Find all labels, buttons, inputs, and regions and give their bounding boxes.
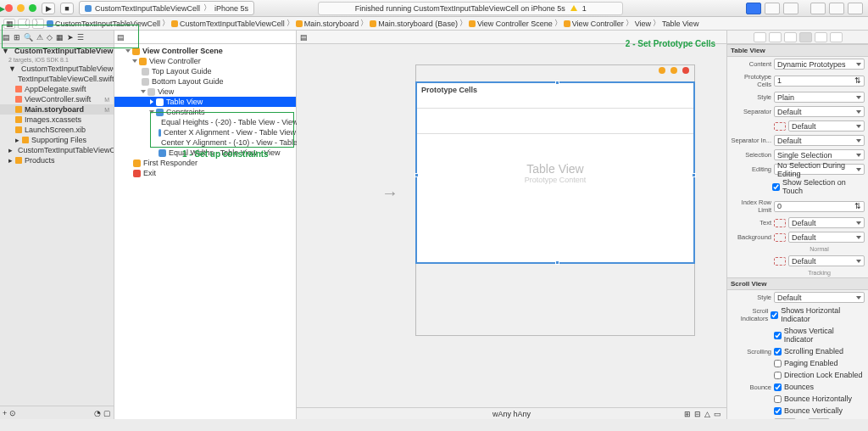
layout-guide-row[interactable]: Top Layout Guide	[114, 66, 296, 76]
scheme-selector[interactable]: CustomTextInputTableViewCell 〉 iPhone 5s	[79, 1, 254, 15]
vc-row[interactable]: View Controller	[114, 56, 296, 66]
dir-lock-checkbox[interactable]	[774, 372, 782, 379]
index-row-stepper[interactable]: 0⇅	[774, 201, 865, 212]
file-nav-icon[interactable]: ▤	[3, 33, 10, 42]
filter-icon[interactable]: ⊙	[9, 409, 16, 417]
file-inspector-tab[interactable]	[754, 32, 766, 42]
fr-icon[interactable]	[670, 67, 677, 74]
tracking-color-select[interactable]: Default	[788, 255, 865, 266]
exit-icon[interactable]	[682, 67, 689, 74]
forward-button[interactable]: 〉	[32, 19, 44, 29]
bounce-v-checkbox[interactable]	[774, 407, 782, 415]
constraint-row[interactable]: Center X Alignment - View - Table View	[114, 127, 296, 137]
table-view[interactable]: Prototype Cells Table View Prototype Con…	[416, 82, 694, 263]
file-row[interactable]: Main.storyboardM	[0, 104, 114, 115]
version-editor-button[interactable]	[783, 3, 798, 14]
file-row[interactable]: AppDelegate.swift	[0, 84, 114, 94]
vc-icon[interactable]	[659, 67, 665, 74]
scm-icon[interactable]: ▢	[103, 409, 111, 417]
file-row[interactable]: TextInputTableViewCell.swiftA	[0, 74, 114, 84]
stop-button[interactable]: ■	[60, 3, 74, 14]
view-controller-canvas[interactable]: Prototype Cells Table View Prototype Con…	[415, 64, 695, 336]
close-window-button[interactable]	[5, 4, 13, 12]
pin-button[interactable]: ⊟	[694, 410, 701, 418]
paging-checkbox[interactable]	[774, 360, 782, 367]
align-button[interactable]: ⊞	[684, 410, 691, 418]
color-well[interactable]	[774, 122, 786, 131]
zoom-window-button[interactable]	[29, 4, 36, 12]
constraints-row[interactable]: Constraints	[114, 107, 296, 117]
style-select[interactable]: Plain	[774, 92, 865, 103]
minimize-window-button[interactable]	[17, 4, 25, 12]
symbol-nav-icon[interactable]: ⊞	[14, 33, 20, 42]
file-row[interactable]: ViewController.swiftM	[0, 94, 114, 104]
bg-color-select[interactable]: Default	[788, 232, 865, 243]
prototype-cells-stepper[interactable]: 1⇅	[774, 76, 865, 87]
constraint-row[interactable]: Equal Heights - (-20) - Table View - Vie…	[114, 117, 296, 127]
toggle-navigator-button[interactable]	[810, 3, 826, 14]
breadcrumb[interactable]: CustomTextInputTableViewCell 〉 CustomTex…	[47, 18, 698, 29]
ib-canvas[interactable]: ▤ → Prototype Cells Table View Prototype…	[297, 31, 727, 419]
file-row[interactable]: Images.xcassets	[0, 115, 114, 125]
bounce-h-checkbox[interactable]	[774, 395, 782, 403]
search-nav-icon[interactable]: 🔍	[24, 33, 33, 42]
color-well[interactable]	[774, 233, 786, 242]
report-nav-icon[interactable]: ☰	[77, 33, 84, 42]
exit-row[interactable]: Exit	[114, 168, 296, 178]
test-nav-icon[interactable]: ◇	[47, 33, 53, 42]
content-select[interactable]: Dynamic Prototypes	[774, 59, 865, 70]
add-icon[interactable]: +	[3, 409, 7, 417]
back-button[interactable]: 〈	[18, 19, 30, 29]
sv-style-select[interactable]: Default	[774, 292, 865, 303]
outline-toggle-icon[interactable]: ▤	[300, 33, 308, 42]
resize-handle[interactable]	[555, 81, 559, 85]
debug-nav-icon[interactable]: ▦	[56, 33, 64, 42]
group-row[interactable]: ▸Products	[0, 155, 114, 165]
assistant-editor-button[interactable]	[765, 3, 780, 14]
resize-button[interactable]: ▭	[714, 410, 721, 418]
resize-handle[interactable]	[555, 260, 559, 265]
scene-row[interactable]: View Controller Scene	[114, 46, 296, 56]
size-inspector-tab[interactable]	[815, 32, 827, 42]
tableview-row[interactable]: Table View	[114, 97, 296, 107]
issue-nav-icon[interactable]: ⚠	[36, 33, 43, 42]
resolve-button[interactable]: △	[704, 410, 710, 418]
editing-select[interactable]: No Selection During Editing	[774, 164, 865, 175]
bounces-checkbox[interactable]	[774, 383, 782, 391]
toggle-utilities-button[interactable]	[848, 3, 863, 14]
run-button[interactable]: ▶	[42, 3, 55, 14]
view-row[interactable]: View	[114, 87, 296, 97]
resize-handle[interactable]	[415, 173, 419, 177]
color-well[interactable]	[774, 257, 786, 266]
selection-select[interactable]: Single Selection	[774, 149, 865, 160]
group-row[interactable]: ▼CustomTextInputTableViewCell	[0, 64, 114, 74]
file-row[interactable]: LaunchScreen.xib	[0, 125, 114, 135]
recent-icon[interactable]: ◔	[94, 409, 101, 417]
zoom-min-stepper[interactable]: 1	[774, 418, 796, 419]
zoom-max-stepper[interactable]: 1	[808, 418, 830, 419]
help-inspector-tab[interactable]	[769, 32, 782, 42]
toggle-debug-button[interactable]	[829, 3, 844, 14]
outline-icon[interactable]: ▤	[117, 33, 125, 42]
text-color-select[interactable]: Default	[788, 217, 865, 228]
color-well[interactable]	[774, 219, 786, 227]
sep-inset-select[interactable]: Default	[774, 135, 865, 146]
breakpoint-nav-icon[interactable]: ➤	[67, 33, 74, 42]
h-indicator-checkbox[interactable]	[771, 311, 778, 319]
related-items-button[interactable]: ▦	[3, 19, 15, 29]
scroll-enabled-checkbox[interactable]	[774, 348, 782, 355]
identity-inspector-tab[interactable]	[784, 32, 797, 42]
sep-color-select[interactable]: Default	[788, 120, 865, 132]
layout-guide-row[interactable]: Bottom Layout Guide	[114, 76, 296, 87]
attributes-inspector-tab[interactable]	[799, 32, 812, 42]
resize-handle[interactable]	[692, 173, 696, 177]
constraint-row[interactable]: Center Y Alignment - (-10) - View - Tabl…	[114, 137, 296, 148]
group-row[interactable]: ▸Supporting Files	[0, 135, 114, 145]
show-selection-checkbox[interactable]	[772, 183, 780, 191]
project-row[interactable]: ▼CustomTextInputTableViewCellM	[0, 46, 114, 56]
separator-select[interactable]: Default	[774, 106, 865, 117]
size-class-label[interactable]: wAny hAny	[492, 410, 531, 418]
standard-editor-button[interactable]	[746, 3, 761, 14]
v-indicator-checkbox[interactable]	[774, 332, 782, 339]
first-responder-row[interactable]: First Responder	[114, 158, 296, 168]
